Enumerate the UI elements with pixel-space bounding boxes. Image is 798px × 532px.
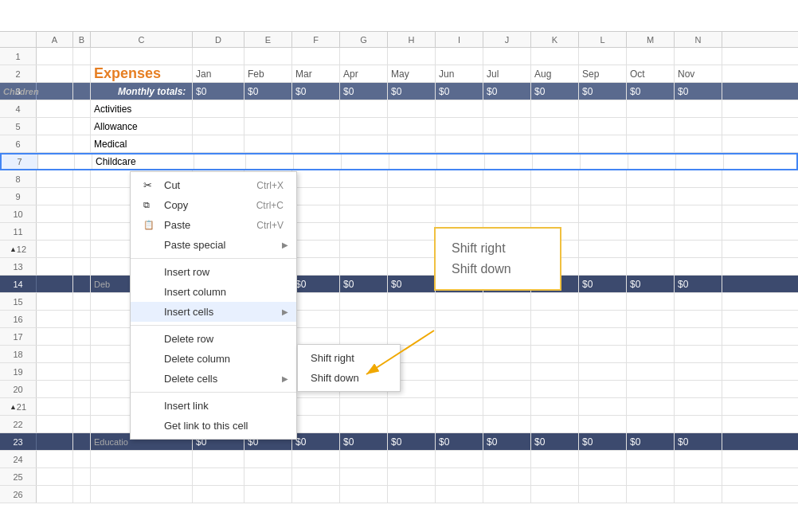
cell-8b[interactable] xyxy=(73,170,91,187)
cell-7h[interactable] xyxy=(389,155,437,169)
cell-2f[interactable]: Mar xyxy=(292,65,340,82)
cell-5b[interactable] xyxy=(73,118,91,135)
cell-1j[interactable] xyxy=(483,48,531,65)
cell-9h[interactable] xyxy=(388,188,436,205)
cell-18i[interactable] xyxy=(436,346,483,362)
cell-3h[interactable]: $0 xyxy=(388,83,436,100)
cell-6m[interactable] xyxy=(627,135,675,152)
cell-5j[interactable] xyxy=(483,118,531,135)
cell-26d[interactable] xyxy=(193,486,244,503)
cell-2n[interactable]: Nov xyxy=(675,65,722,82)
cell-16a[interactable] xyxy=(37,311,73,327)
cell-10a[interactable] xyxy=(37,205,73,222)
cell-25k[interactable] xyxy=(531,468,579,485)
cell-23n[interactable]: $0 xyxy=(675,433,722,450)
submenu-item-shift-down[interactable]: Shift down xyxy=(298,368,400,388)
cell-11n[interactable] xyxy=(675,223,722,240)
cell-4g[interactable] xyxy=(340,100,388,117)
cell-15m[interactable] xyxy=(627,293,675,310)
cell-6f[interactable] xyxy=(292,135,340,152)
cell-16f[interactable] xyxy=(292,311,340,327)
cell-3j[interactable]: $0 xyxy=(483,83,531,100)
cell-22h[interactable] xyxy=(388,416,436,432)
cell-3c-label[interactable]: Children Monthly totals: xyxy=(91,83,193,100)
cell-9j[interactable] xyxy=(483,188,531,205)
cell-13g[interactable] xyxy=(340,258,388,275)
cell-16h[interactable] xyxy=(388,311,436,327)
cell-2i[interactable]: Jun xyxy=(436,65,483,82)
cell-2m[interactable]: Oct xyxy=(627,65,675,82)
cell-24h[interactable] xyxy=(388,451,436,467)
cell-3n[interactable]: $0 xyxy=(675,83,722,100)
cell-4n[interactable] xyxy=(675,100,722,117)
cell-11m[interactable] xyxy=(627,223,675,240)
cell-8f[interactable] xyxy=(292,170,340,187)
cell-23k[interactable]: $0 xyxy=(531,433,579,450)
cell-19m[interactable] xyxy=(627,363,675,380)
cell-22a[interactable] xyxy=(37,416,73,432)
cell-21m[interactable] xyxy=(627,398,675,415)
cell-10j[interactable] xyxy=(483,205,531,222)
cell-23h[interactable]: $0 xyxy=(388,433,436,450)
cell-13h[interactable] xyxy=(388,258,436,275)
cell-16k[interactable] xyxy=(531,311,579,327)
cell-22i[interactable] xyxy=(436,416,483,432)
cell-3l[interactable]: $0 xyxy=(579,83,627,100)
cell-6g[interactable] xyxy=(340,135,388,152)
cell-24e[interactable] xyxy=(244,451,292,467)
cell-11g[interactable] xyxy=(340,223,388,240)
cell-21k[interactable] xyxy=(531,398,579,415)
cell-13n[interactable] xyxy=(675,258,722,275)
cell-1l[interactable] xyxy=(579,48,627,65)
cell-26i[interactable] xyxy=(436,486,483,503)
cell-8g[interactable] xyxy=(340,170,388,187)
cell-19j[interactable] xyxy=(483,363,531,380)
cell-25c[interactable] xyxy=(91,468,193,485)
cell-26g[interactable] xyxy=(340,486,388,503)
cell-10f[interactable] xyxy=(292,205,340,222)
cell-8a[interactable] xyxy=(37,170,73,187)
cell-3g[interactable]: $0 xyxy=(340,83,388,100)
cell-22m[interactable] xyxy=(627,416,675,432)
cell-7l[interactable] xyxy=(581,155,628,169)
cell-10b[interactable] xyxy=(73,205,91,222)
cell-18m[interactable] xyxy=(627,346,675,362)
cell-1d[interactable] xyxy=(193,48,244,65)
menu-item-insert-row[interactable]: Insert row xyxy=(131,262,296,282)
cell-24b[interactable] xyxy=(73,451,91,467)
cell-4h[interactable] xyxy=(388,100,436,117)
cell-19k[interactable] xyxy=(531,363,579,380)
cell-4b[interactable] xyxy=(73,100,91,117)
cell-19n[interactable] xyxy=(675,363,722,380)
menu-item-insert-cells[interactable]: Insert cells xyxy=(131,302,296,322)
cell-6d[interactable] xyxy=(193,135,244,152)
cell-22f[interactable] xyxy=(292,416,340,432)
cell-3d[interactable]: $0 xyxy=(193,83,244,100)
cell-1h[interactable] xyxy=(388,48,436,65)
cell-25a[interactable] xyxy=(37,468,73,485)
cell-25g[interactable] xyxy=(340,468,388,485)
cell-8j[interactable] xyxy=(483,170,531,187)
cell-26h[interactable] xyxy=(388,486,436,503)
cell-3k[interactable]: $0 xyxy=(531,83,579,100)
cell-7d[interactable] xyxy=(194,155,246,169)
cell-1m[interactable] xyxy=(627,48,675,65)
cell-4i[interactable] xyxy=(436,100,483,117)
cell-18n[interactable] xyxy=(675,346,722,362)
cell-4k[interactable] xyxy=(531,100,579,117)
cell-1f[interactable] xyxy=(292,48,340,65)
cell-18a[interactable] xyxy=(37,346,73,362)
cell-3b[interactable] xyxy=(73,83,91,100)
cell-1b[interactable] xyxy=(73,48,91,65)
menu-item-copy[interactable]: ⧉ Copy Ctrl+C xyxy=(131,195,296,215)
cell-9n[interactable] xyxy=(675,188,722,205)
cell-24m[interactable] xyxy=(627,451,675,467)
cell-15h[interactable] xyxy=(388,293,436,310)
cell-17f[interactable] xyxy=(292,328,340,345)
cell-26e[interactable] xyxy=(244,486,292,503)
cell-1c[interactable] xyxy=(91,48,193,65)
cell-9l[interactable] xyxy=(579,188,627,205)
cell-1k[interactable] xyxy=(531,48,579,65)
cell-2a[interactable] xyxy=(37,65,73,82)
cell-20i[interactable] xyxy=(436,381,483,397)
